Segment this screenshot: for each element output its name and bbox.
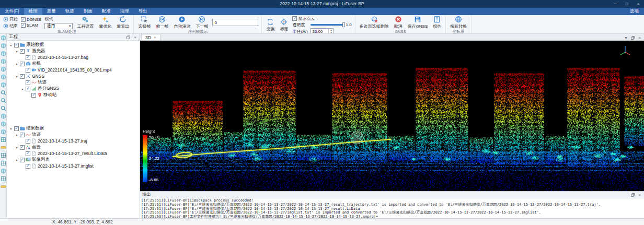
checkbox-icon[interactable]: ✓ [20,49,25,54]
checkbox-icon[interactable]: ✓ [31,93,36,98]
close-button-icon[interactable]: × [632,0,644,8]
tree-node[interactable]: ✓2022-10-14-15-13-27_result.LiData [8,150,140,157]
tree-node[interactable]: ▾✓原始数据 [8,42,140,48]
checkbox-icon[interactable]: ✓ [20,145,25,150]
checkbox-icon[interactable]: ✓ [26,80,30,85]
cross-selection-icon[interactable] [1,137,6,143]
view-right-icon[interactable] [1,66,6,72]
auto-roam-button[interactable]: 自动漫游 [172,16,191,29]
menu-item-0[interactable]: 文件(F) [0,8,24,15]
polygon-select-delete-button[interactable]: 多边形选择删除 [359,16,390,29]
view-bottom-icon[interactable] [1,51,6,56]
float-view-icon[interactable] [630,35,635,40]
tab-list-icon[interactable]: ▾ [624,35,628,40]
tab-close-icon[interactable]: × [154,35,156,40]
tree-node[interactable]: ▾✓相机 [8,61,140,67]
menu-item-4[interactable]: 剖面 [79,8,97,15]
zoom-in-icon[interactable] [1,98,6,103]
start-button[interactable]: 开始 [3,16,18,22]
frame-index-input[interactable] [212,19,258,26]
checkbox-icon[interactable]: ✓ [20,133,25,137]
checkbox-icon[interactable]: ✓ [20,158,25,162]
close-panel-icon[interactable]: × [133,35,137,40]
projection-convert-button[interactable]: 投影转换 [449,16,468,29]
recompute-button[interactable]: 重算出 [116,16,130,29]
tree-node[interactable]: ▾✓影像列表 [8,157,140,163]
tree-node[interactable]: ✓移动站 [8,92,140,98]
tree-node[interactable]: ✓2022-10-14-15-13-27.bag [8,54,140,61]
spin-field[interactable]: 35.00▴▾ [310,28,334,34]
reoptimize-button[interactable]: 重优化 [98,16,112,29]
save-gnss-button[interactable]: 保存GNSS [407,16,429,29]
minimize-button-icon[interactable]: ─ [610,0,621,8]
ruler-icon[interactable] [1,184,6,190]
tree-node[interactable]: ▾✓结果数据 [8,125,140,132]
expander-icon[interactable]: ▾ [15,146,19,149]
transparency-slider[interactable]: 透明度1.0 [292,22,351,28]
tree-node[interactable]: ▾✓轨迹 [8,132,140,138]
tab-3d[interactable]: 3D × [141,34,160,40]
slider-thumb[interactable] [342,22,345,27]
slider-track[interactable] [310,24,344,26]
expander-icon[interactable]: ▾ [9,127,13,131]
point-cloud-canvas[interactable] [140,41,644,191]
mode-dropdown[interactable]: 通用▾ [44,23,73,29]
menu-item-1[interactable]: 处理 [24,8,42,15]
radius-spinner[interactable]: 半径(米)35.00▴▾ [292,28,334,34]
report-button[interactable]: 报告 [432,16,442,29]
checkbox-icon[interactable]: ✓ [26,55,30,60]
slam-checkbox[interactable]: ✓SLAM [21,23,41,28]
view-top-icon[interactable] [1,43,6,49]
menu-item-6[interactable]: 清理 [116,8,134,15]
zoom-extent-icon[interactable] [1,90,6,96]
calibrate-button[interactable]: 标定 [279,18,289,32]
project-settings-button[interactable]: 工程设置 [76,16,95,29]
view-left-icon[interactable] [1,58,6,64]
tree-node[interactable]: ✓2022-10-14-15-13-27.imglist [8,163,140,169]
float-output-icon[interactable] [630,193,635,197]
close-view-icon[interactable]: × [637,35,642,40]
menu-item-3[interactable]: 轨迹 [61,8,79,15]
select-point-icon[interactable] [1,129,6,135]
show-pointcloud-checkbox[interactable]: ✓显示点云 [292,16,315,21]
checkbox-icon[interactable]: ✓ [26,139,30,144]
checkbox-icon[interactable]: ✓ [21,23,26,28]
checkbox-icon[interactable]: ✓ [26,164,30,169]
cancel-button[interactable]: 取消 [393,16,404,29]
viewer-settings-icon[interactable] [1,160,6,166]
checkbox-icon[interactable]: ✓ [26,151,30,156]
viewport-3d[interactable]: Height 55.10 24.22 -6.65 [140,41,644,191]
tree-node[interactable]: ▾✓差分GNSS [8,86,140,92]
tree-node[interactable]: ✓2022-10-14-15-13-27.traj [8,138,140,144]
expander-icon[interactable]: ▾ [9,43,13,47]
menu-item-7[interactable]: 导出 [134,8,152,15]
select-frame-button[interactable]: 选择帧 [137,16,152,29]
tree-node[interactable]: ✓VID_20221014_154135_00_001.mp4 [8,67,140,73]
tree-node[interactable]: ▾✓GNSS [8,73,140,79]
menu-item-5[interactable]: 配准 [97,8,116,15]
view-iso-icon[interactable] [1,35,6,41]
expander-icon[interactable]: ▾ [15,75,19,78]
tree-node[interactable]: ▾✓激光器 [8,48,140,54]
transform-button[interactable]: 变换 [265,18,275,32]
pan-icon[interactable] [1,113,6,119]
expander-icon[interactable]: ▾ [15,158,19,162]
expander-icon[interactable]: ▾ [15,50,19,53]
next-frame-button[interactable]: 下一帧 [194,16,209,29]
checkbox-icon[interactable]: ✓ [20,62,25,66]
fullscreen-icon[interactable] [1,176,6,182]
float-panel-icon[interactable] [126,35,131,40]
rotate-icon[interactable] [1,121,6,127]
menu-options[interactable]: 选项 [625,8,644,15]
expander-icon[interactable]: ▾ [15,62,19,66]
tree-node[interactable]: ▾✓点云 [8,144,140,150]
checkbox-icon[interactable]: ✓ [14,126,19,131]
checkbox-icon[interactable]: ✓ [26,68,30,73]
expander-icon[interactable]: ▾ [20,87,25,91]
dgnss-checkbox[interactable]: ✓DGNSS [21,17,41,22]
frame-index-input-field[interactable] [212,19,258,26]
profile-icon[interactable] [1,152,6,158]
measure-distance-icon[interactable] [1,145,6,150]
expander-icon[interactable]: ▾ [15,133,19,137]
capture-icon[interactable] [1,168,6,174]
